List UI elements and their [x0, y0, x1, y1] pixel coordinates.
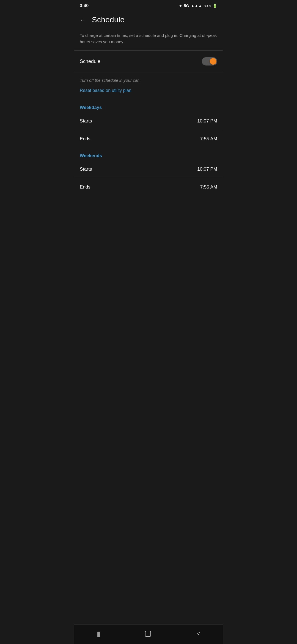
car-warning-text: Turn off the schedule in your car. [80, 78, 217, 83]
content-area: To charge at certain times, set a schedu… [74, 30, 223, 218]
battery-percent: 80% [204, 4, 211, 8]
weekends-starts-label: Starts [80, 167, 92, 172]
status-icons: ★ 5G ▲▲▲ 80% 🔋 [179, 4, 217, 8]
weekdays-ends-label: Ends [80, 136, 90, 142]
system-back-button[interactable] [191, 629, 206, 639]
signal-bars-icon: ▲▲▲ [191, 4, 202, 8]
weekends-ends-row[interactable]: Ends 7:55 AM [74, 178, 223, 196]
network-type: 5G [184, 4, 189, 8]
weekends-ends-value: 7:55 AM [200, 184, 217, 190]
recent-apps-button[interactable] [92, 629, 105, 639]
page-description: To charge at certain times, set a schedu… [74, 30, 223, 50]
page-title: Schedule [92, 15, 125, 24]
status-time: 3:40 [80, 3, 89, 8]
weekdays-starts-row[interactable]: Starts 10:07 PM [74, 112, 223, 130]
page-header: ← Schedule [74, 10, 223, 30]
weekends-starts-row[interactable]: Starts 10:07 PM [74, 160, 223, 178]
weekdays-starts-value: 10:07 PM [197, 118, 217, 124]
schedule-toggle-row: Schedule [74, 51, 223, 72]
weekdays-ends-value: 7:55 AM [200, 136, 217, 142]
schedule-toggle[interactable] [202, 57, 217, 66]
reset-utility-plan-link[interactable]: Reset based on utility plan [80, 88, 131, 93]
weekends-section-header: Weekends [74, 148, 223, 160]
status-bar: 3:40 ★ 5G ▲▲▲ 80% 🔋 [74, 0, 223, 10]
info-section: Turn off the schedule in your car. Reset… [74, 72, 223, 100]
schedule-label: Schedule [80, 59, 100, 64]
toggle-thumb [210, 58, 216, 65]
system-back-icon [197, 630, 200, 637]
home-icon [145, 631, 151, 637]
bluetooth-icon: ★ [179, 4, 182, 8]
home-button[interactable] [139, 629, 156, 638]
battery-icon: 🔋 [213, 4, 217, 8]
recent-apps-icon [97, 630, 100, 637]
back-button[interactable]: ← [79, 15, 87, 25]
weekends-ends-label: Ends [80, 184, 90, 190]
navigation-bar [74, 624, 223, 644]
weekends-starts-value: 10:07 PM [197, 167, 217, 172]
weekdays-section-header: Weekdays [74, 100, 223, 112]
weekdays-starts-label: Starts [80, 118, 92, 124]
back-arrow-icon: ← [80, 16, 86, 24]
weekdays-ends-row[interactable]: Ends 7:55 AM [74, 130, 223, 148]
